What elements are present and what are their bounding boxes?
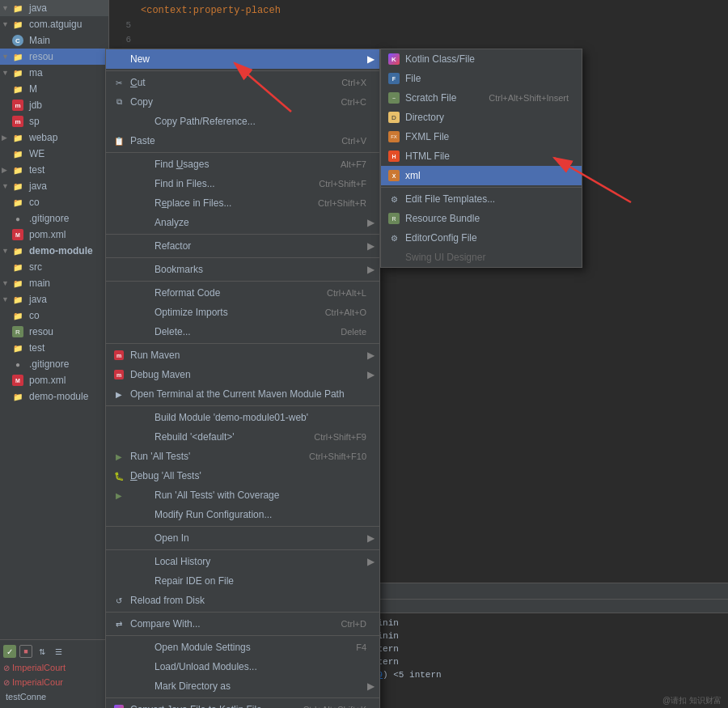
tree-label-java2: java — [29, 180, 47, 192]
menu-item-replace-in-files[interactable]: Replace in Files... Ctrl+Shift+R — [106, 193, 379, 213]
menu-item-new[interactable]: New ▶ — [106, 49, 379, 69]
folder-icon-demo: 📁 — [11, 244, 24, 257]
menu-item-bookmarks[interactable]: Bookmarks ▶ — [106, 260, 379, 279]
menu-item-build-module[interactable]: Build Module 'demo-module01-web' — [106, 408, 379, 427]
menu-item-find-in-files[interactable]: Find in Files... Ctrl+Shift+F — [106, 174, 379, 193]
cut-icon: ✂ — [112, 76, 125, 89]
tree-item-sp[interactable]: m sp — [0, 113, 108, 129]
imperial-court-label-1[interactable]: ImperialCourt — [12, 663, 66, 672]
tree-item-src[interactable]: 📁 src — [0, 259, 108, 275]
menu-label-build-module: Build Module 'demo-module01-web' — [130, 412, 366, 423]
tree-item-java2[interactable]: ▼ 📁 java — [0, 178, 108, 194]
tree-item-com-atguigu[interactable]: ▼ 📁 com.atguigu — [0, 16, 108, 32]
tree-item-pomxml[interactable]: M pom.xml — [0, 227, 108, 243]
tree-item-test2[interactable]: 📁 test — [0, 340, 108, 356]
tree-item-demo-module2[interactable]: 📁 demo-module — [0, 388, 108, 405]
gitignore-icon: ● — [11, 212, 24, 225]
menu-item-optimize-imports[interactable]: Optimize Imports Ctrl+Alt+O — [106, 303, 379, 322]
project-tree-panel: ▼ 📁 java ▼ 📁 com.atguigu C Main ▼ 📁 reso… — [0, 0, 109, 708]
menu-item-load-unload-modules[interactable]: Load/Unload Modules... — [106, 657, 379, 676]
menu-item-debug-maven[interactable]: m Debug Maven ▶ — [106, 365, 379, 384]
menu-item-open-in[interactable]: Open In ▶ — [106, 528, 379, 548]
compare-icon: ⇄ — [112, 617, 125, 630]
menu-item-debug-all-tests[interactable]: 🐛 Debug 'All Tests' — [106, 466, 379, 485]
tree-label-java: java — [29, 2, 47, 14]
tree-item-java[interactable]: ▼ 📁 java — [0, 0, 108, 16]
submenu-item-file[interactable]: F File — [381, 69, 582, 88]
submenu-item-edit-file-templates[interactable]: ⚙ Edit File Templates... — [381, 189, 582, 209]
gitignore2-icon: ● — [11, 358, 24, 371]
submenu-label-file: File — [405, 73, 569, 84]
toolbar-check-icon[interactable]: ✓ — [3, 645, 16, 658]
tree-item-main[interactable]: C Main — [0, 32, 108, 49]
tree-item-jdb[interactable]: m jdb — [0, 97, 108, 113]
tree-item-resou2[interactable]: R resou — [0, 324, 108, 340]
menu-item-paste[interactable]: 📋 Paste Ctrl+V — [106, 131, 379, 151]
submenu-item-xml[interactable]: X xml — [381, 166, 582, 185]
menu-label-find-in-files: Find in Files... — [130, 178, 306, 189]
submenu-item-fxml-file[interactable]: FX FXML File — [381, 127, 582, 146]
tree-item-pomxml2[interactable]: M pom.xml — [0, 372, 108, 388]
menu-item-find-usages[interactable]: Find Usages Alt+F7 — [106, 155, 379, 174]
copy-path-icon — [112, 115, 125, 128]
tree-item-test[interactable]: ▶ 📁 test — [0, 162, 108, 178]
menu-item-reformat-code[interactable]: Reformat Code Ctrl+Alt+L — [106, 283, 379, 303]
submenu-item-swing-ui-designer[interactable]: Swing UI Designer — [381, 248, 582, 267]
tree-item-gitignore2[interactable]: ● .gitignore — [0, 356, 108, 372]
menu-item-analyze[interactable]: Analyze ▶ — [106, 213, 379, 232]
tree-item-java3[interactable]: ▼ 📁 java — [0, 291, 108, 307]
tree-item-resou[interactable]: ▼ 📁 resou — [0, 49, 108, 65]
menu-item-convert-java-kotlin[interactable]: K Convert Java File to Kotlin File Ctrl+… — [106, 700, 379, 708]
menu-sep-5 — [106, 281, 379, 282]
toolbar-sort-icon[interactable]: ⇅ — [36, 645, 49, 658]
submenu-item-html-file[interactable]: H HTML File — [381, 146, 582, 166]
menu-item-delete[interactable]: Delete... Delete — [106, 322, 379, 341]
menu-item-run-all-tests[interactable]: ▶ Run 'All Tests' Ctrl+Shift+F10 — [106, 447, 379, 466]
tree-item-webap[interactable]: ▶ 📁 webap — [0, 129, 108, 146]
submenu-item-directory[interactable]: D Directory — [381, 108, 582, 127]
menu-label-bookmarks: Bookmarks — [130, 264, 366, 275]
menu-label-convert-java-kotlin: Convert Java File to Kotlin File — [130, 704, 290, 708]
tree-item-demo-module[interactable]: ▼ 📁 demo-module — [0, 243, 108, 259]
menu-item-repair-ide[interactable]: Repair IDE on File — [106, 571, 379, 591]
submenu-item-kotlin-class[interactable]: K Kotlin Class/File — [381, 49, 582, 69]
tree-item-co[interactable]: 📁 co — [0, 194, 108, 210]
menu-item-copy-path[interactable]: Copy Path/Reference... — [106, 112, 379, 131]
tree-item-M[interactable]: 📁 M — [0, 81, 108, 97]
menu-sep-12 — [106, 697, 379, 698]
menu-item-cut[interactable]: ✂ Cut Ctrl+X — [106, 73, 379, 92]
menu-item-compare-with[interactable]: ⇄ Compare With... Ctrl+D — [106, 614, 379, 634]
tree-label-main2: main — [29, 278, 50, 289]
toolbar-filter-icon[interactable]: ☰ — [52, 645, 65, 658]
menu-item-run-maven[interactable]: m Run Maven ▶ — [106, 346, 379, 365]
menu-item-modify-run-config[interactable]: Modify Run Configuration... — [106, 505, 379, 524]
folder-icon-webap: 📁 — [11, 131, 24, 144]
menu-item-run-with-coverage[interactable]: ▶ Run 'All Tests' with Coverage — [106, 485, 379, 505]
submenu-item-editorconfig-file[interactable]: ⚙ EditorConfig File — [381, 228, 582, 248]
menu-item-reload-from-disk[interactable]: ↺ Reload from Disk — [106, 591, 379, 610]
submenu-item-scratch-file[interactable]: ~ Scratch File Ctrl+Alt+Shift+Insert — [381, 88, 582, 108]
menu-item-copy[interactable]: ⧉ Copy Ctrl+C — [106, 92, 379, 112]
menu-item-mark-directory-as[interactable]: Mark Directory as ▶ — [106, 676, 379, 696]
submenu-label-html-file: HTML File — [405, 151, 569, 162]
menu-item-rebuild[interactable]: Rebuild '<default>' Ctrl+Shift+F9 — [106, 427, 379, 447]
tree-label-ma: ma — [29, 67, 43, 78]
menu-item-local-history[interactable]: Local History ▶ — [106, 552, 379, 571]
menu-label-rebuild: Rebuild '<default>' — [130, 431, 301, 443]
editor-line-6: 6 — [109, 32, 728, 47]
test-conne-label[interactable]: testConne — [6, 692, 46, 702]
tree-item-co2[interactable]: 📁 co — [0, 307, 108, 324]
toolbar-stop-icon[interactable]: ■ — [19, 645, 32, 658]
menu-item-open-terminal[interactable]: ▶ Open Terminal at the Current Maven Mod… — [106, 384, 379, 404]
imperial-court-label-2[interactable]: ImperialCour — [12, 677, 63, 687]
menu-label-run-maven: Run Maven — [130, 350, 366, 361]
menu-item-open-module-settings[interactable]: Open Module Settings F4 — [106, 638, 379, 657]
folder-icon: 📁 — [11, 2, 24, 15]
tree-item-gitignore[interactable]: ● .gitignore — [0, 210, 108, 227]
tree-item-ma[interactable]: ▼ 📁 ma — [0, 65, 108, 81]
line-num-5: 5 — [109, 20, 138, 30]
submenu-item-resource-bundle[interactable]: R Resource Bundle — [381, 209, 582, 228]
tree-item-WE[interactable]: 📁 WE — [0, 146, 108, 162]
tree-item-main2[interactable]: ▼ 📁 main — [0, 275, 108, 291]
menu-item-refactor[interactable]: Refactor ▶ — [106, 236, 379, 256]
